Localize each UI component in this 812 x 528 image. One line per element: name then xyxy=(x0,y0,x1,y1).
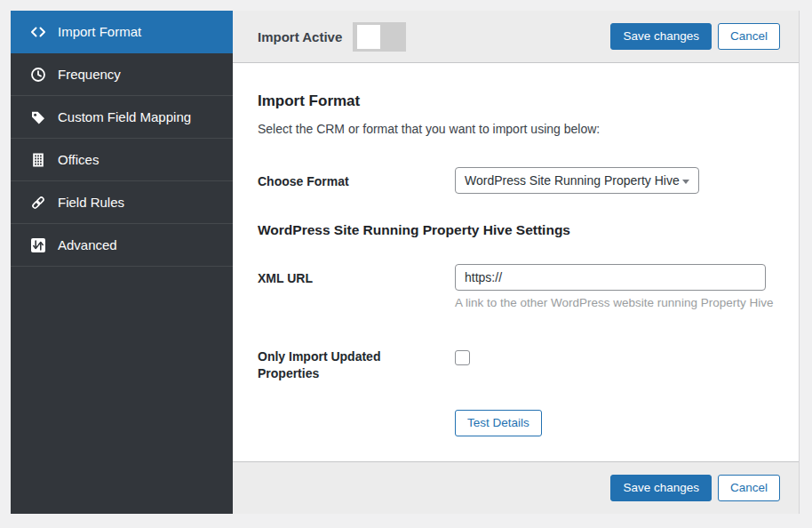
save-changes-button[interactable]: Save changes xyxy=(610,23,712,50)
choose-format-selected-value: WordPress Site Running Property Hive xyxy=(465,173,680,188)
chevron-down-icon xyxy=(682,180,689,184)
sidebar-item-custom-field-mapping[interactable]: Custom Field Mapping xyxy=(11,96,233,139)
cancel-button[interactable]: Cancel xyxy=(718,23,780,50)
only-import-updated-checkbox[interactable] xyxy=(455,350,470,365)
sidebar-item-label: Advanced xyxy=(58,237,117,252)
page-title: Import Format xyxy=(258,92,779,110)
empty-label-spacer xyxy=(258,410,422,416)
tag-icon xyxy=(30,109,46,125)
sidebar-item-label: Offices xyxy=(58,152,99,167)
section-title: WordPress Site Running Property Hive Set… xyxy=(258,222,779,238)
toggle-knob xyxy=(357,25,380,49)
link-icon xyxy=(30,195,46,211)
sidebar-item-frequency[interactable]: Frequency xyxy=(11,53,233,96)
settings-panel: Import Active Save changes Cancel Import… xyxy=(233,11,800,514)
cancel-button-footer[interactable]: Cancel xyxy=(718,475,780,501)
settings-sidebar: Import Format Frequency Custom Field Map… xyxy=(11,11,233,514)
sidebar-item-label: Field Rules xyxy=(58,195,124,210)
sidebar-item-label: Custom Field Mapping xyxy=(58,109,191,124)
import-active-label: Import Active xyxy=(258,29,342,44)
test-details-button[interactable]: Test Details xyxy=(455,410,542,436)
building-icon xyxy=(30,152,46,168)
sidebar-item-label: Frequency xyxy=(58,67,121,82)
panel-content: Import Format Select the CRM or format t… xyxy=(233,92,799,436)
sidebar-item-offices[interactable]: Offices xyxy=(11,139,233,181)
sidebar-item-field-rules[interactable]: Field Rules xyxy=(11,181,233,224)
code-icon xyxy=(30,24,46,40)
sliders-icon xyxy=(30,237,46,253)
sidebar-item-label: Import Format xyxy=(58,24,141,39)
intro-text: Select the CRM or format that you want t… xyxy=(258,122,779,136)
panel-footer: Save changes Cancel xyxy=(233,461,799,514)
choose-format-label: Choose Format xyxy=(258,167,422,190)
sidebar-item-import-format[interactable]: Import Format xyxy=(11,11,233,53)
panel-header: Import Active Save changes Cancel xyxy=(233,11,799,63)
xml-url-help-text: A link to the other WordPress website ru… xyxy=(455,296,775,309)
only-import-updated-label: Only Import Updated Properties xyxy=(258,342,422,382)
choose-format-select[interactable]: WordPress Site Running Property Hive xyxy=(455,167,699,194)
import-active-toggle[interactable] xyxy=(353,22,406,52)
clock-icon xyxy=(30,67,46,83)
xml-url-input[interactable] xyxy=(455,264,766,291)
save-changes-button-footer[interactable]: Save changes xyxy=(610,475,712,501)
xml-url-label: XML URL xyxy=(258,264,422,287)
sidebar-item-advanced[interactable]: Advanced xyxy=(11,224,233,267)
